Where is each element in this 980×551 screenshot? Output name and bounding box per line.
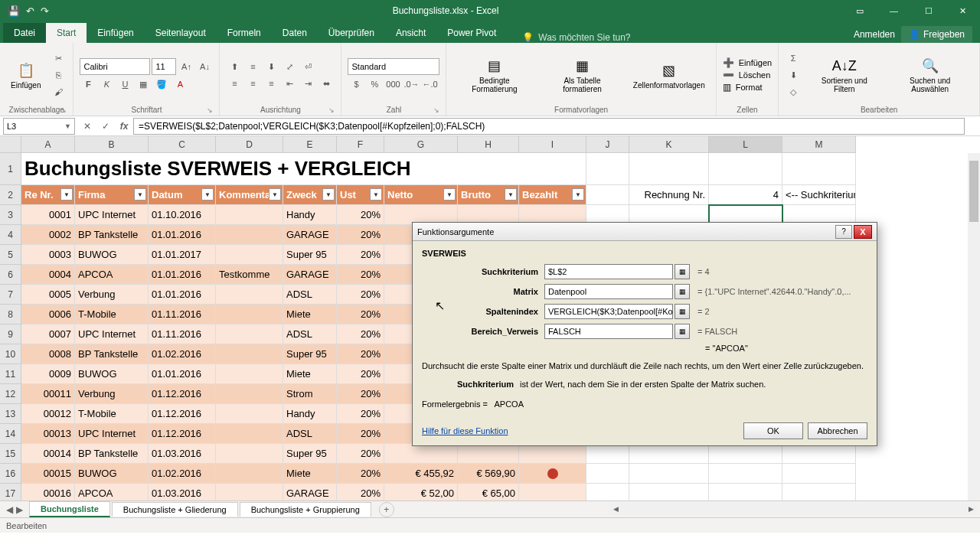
row-header-8[interactable]: 8 — [0, 305, 21, 324]
dialog-close-icon[interactable]: X — [854, 225, 872, 239]
table-header-5[interactable]: Ust▼ — [337, 185, 384, 205]
increase-decimal-icon[interactable]: .0→ — [403, 77, 420, 92]
cell-zweck[interactable]: ADSL — [283, 285, 337, 305]
cell-ust[interactable]: 20% — [337, 305, 384, 324]
cell[interactable] — [782, 153, 856, 185]
cell-zweck[interactable]: Super 95 — [283, 245, 337, 265]
cell-kommentar[interactable] — [216, 364, 283, 384]
signin-link[interactable]: Anmelden — [854, 29, 895, 40]
cell[interactable] — [629, 464, 709, 484]
dialog-help-link[interactable]: Hilfe für diese Funktion — [422, 426, 508, 435]
cell-brutto[interactable]: € 569,90 — [458, 464, 519, 484]
cell-ust[interactable]: 20% — [337, 444, 384, 464]
cell-bezahlt[interactable] — [519, 464, 586, 484]
cell-ust[interactable]: 20% — [337, 205, 384, 225]
col-header-J[interactable]: J — [586, 136, 629, 153]
tab-einfuegen[interactable]: Einfügen — [87, 23, 144, 43]
cell-nr[interactable]: 0006 — [21, 305, 75, 324]
cell-datum[interactable]: 01.01.2016 — [149, 285, 216, 305]
cell-bezahlt[interactable] — [519, 444, 586, 464]
filter-dropdown-icon[interactable]: ▼ — [60, 188, 73, 201]
col-header-D[interactable]: D — [216, 136, 283, 153]
align-top-icon[interactable]: ⬆ — [226, 59, 243, 74]
cell-datum[interactable]: 01.01.2016 — [149, 225, 216, 245]
filter-dropdown-icon[interactable]: ▼ — [505, 188, 517, 201]
name-box[interactable]: L3▼ — [3, 118, 75, 135]
indent-right-icon[interactable]: ⇥ — [299, 76, 316, 91]
row-header-17[interactable]: 17 — [0, 484, 21, 500]
cell-firma[interactable]: BP Tankstelle — [75, 444, 149, 464]
cell[interactable] — [782, 484, 856, 500]
add-sheet-button[interactable]: + — [379, 502, 394, 517]
cell-nr[interactable]: 0004 — [21, 265, 75, 285]
horizontal-scrollbar[interactable]: ◀▶ — [609, 503, 977, 515]
currency-icon[interactable]: $ — [348, 77, 364, 92]
cell-kommentar[interactable] — [216, 444, 283, 464]
font-size-combo[interactable]: 11 — [152, 58, 176, 75]
cell-nr[interactable]: 00012 — [21, 404, 75, 424]
save-icon[interactable]: 💾 — [8, 5, 20, 17]
tab-formeln[interactable]: Formeln — [217, 23, 272, 43]
col-header-H[interactable]: H — [458, 136, 519, 153]
autosum-icon[interactable]: Σ — [785, 51, 802, 66]
cell-datum[interactable]: 01.12.2016 — [149, 384, 216, 404]
cell-ust[interactable]: 20% — [337, 344, 384, 364]
align-middle-icon[interactable]: ≡ — [244, 59, 261, 74]
cell-nr[interactable]: 0001 — [21, 205, 75, 225]
cancel-formula-icon[interactable]: ✕ — [78, 118, 96, 135]
cell-datum[interactable]: 01.01.2016 — [149, 364, 216, 384]
cell-firma[interactable]: BP Tankstelle — [75, 225, 149, 245]
table-header-3[interactable]: Kommentar▼ — [216, 185, 283, 205]
cell-firma[interactable]: APCOA — [75, 484, 149, 500]
cell-nr[interactable]: 00014 — [21, 444, 75, 464]
clear-icon[interactable]: ◇ — [785, 84, 802, 99]
redo-icon[interactable]: ↷ — [41, 5, 49, 17]
cell-netto[interactable] — [384, 444, 458, 464]
vertical-scrollbar[interactable] — [968, 153, 980, 500]
cell-firma[interactable]: UPC Internet — [75, 424, 149, 444]
filter-dropdown-icon[interactable]: ▼ — [572, 188, 584, 201]
cell-L[interactable] — [709, 464, 782, 484]
cell[interactable] — [629, 484, 709, 500]
orientation-icon[interactable]: ⤢ — [281, 59, 298, 74]
border-icon[interactable]: ▦ — [135, 77, 152, 92]
table-header-8[interactable]: Bezahlt▼ — [519, 185, 586, 205]
row-header-12[interactable]: 12 — [0, 384, 21, 404]
row-header-4[interactable]: 4 — [0, 225, 21, 245]
cell-nr[interactable]: 0009 — [21, 364, 75, 384]
cell-firma[interactable]: BUWOG — [75, 245, 149, 265]
cell-ust[interactable]: 20% — [337, 404, 384, 424]
format-as-table-button[interactable]: ▦Als Tabelle formatieren — [541, 55, 624, 95]
range-selector-icon[interactable]: ▦ — [675, 264, 690, 279]
cell-zweck[interactable]: ADSL — [283, 324, 337, 344]
fx-icon[interactable]: fx — [115, 118, 133, 135]
range-selector-icon[interactable]: ▦ — [675, 284, 690, 299]
side-value[interactable]: 4 — [709, 185, 782, 205]
col-header-E[interactable]: E — [283, 136, 337, 153]
cell-kommentar[interactable] — [216, 225, 283, 245]
cell[interactable] — [782, 464, 856, 484]
table-header-6[interactable]: Netto▼ — [384, 185, 458, 205]
filter-dropdown-icon[interactable]: ▼ — [443, 188, 456, 201]
cell-nr[interactable]: 00013 — [21, 424, 75, 444]
wrap-text-icon[interactable]: ⏎ — [299, 59, 316, 74]
cell-zweck[interactable]: GARAGE — [283, 225, 337, 245]
italic-button[interactable]: K — [98, 77, 115, 92]
filter-dropdown-icon[interactable]: ▼ — [370, 188, 382, 201]
share-button[interactable]: 👤Freigeben — [901, 26, 972, 43]
side-label[interactable]: Rechnung Nr. — [629, 185, 709, 205]
fill-icon[interactable]: ⬇ — [785, 67, 802, 83]
cell-firma[interactable]: Verbung — [75, 384, 149, 404]
range-selector-icon[interactable]: ▦ — [675, 304, 690, 319]
cell-ust[interactable]: 20% — [337, 424, 384, 444]
cell-zweck[interactable]: GARAGE — [283, 265, 337, 285]
cell-styles-button[interactable]: ▧Zellenformatvorlagen — [629, 60, 710, 91]
cell-nr[interactable]: 0005 — [21, 285, 75, 305]
cell-kommentar[interactable] — [216, 205, 283, 225]
cut-icon[interactable]: ✂ — [50, 51, 67, 66]
align-left-icon[interactable]: ≡ — [226, 76, 243, 91]
cell-zweck[interactable]: Super 95 — [283, 444, 337, 464]
row-header-5[interactable]: 5 — [0, 245, 21, 265]
cell-firma[interactable]: APCOA — [75, 265, 149, 285]
cell-kommentar[interactable] — [216, 484, 283, 500]
